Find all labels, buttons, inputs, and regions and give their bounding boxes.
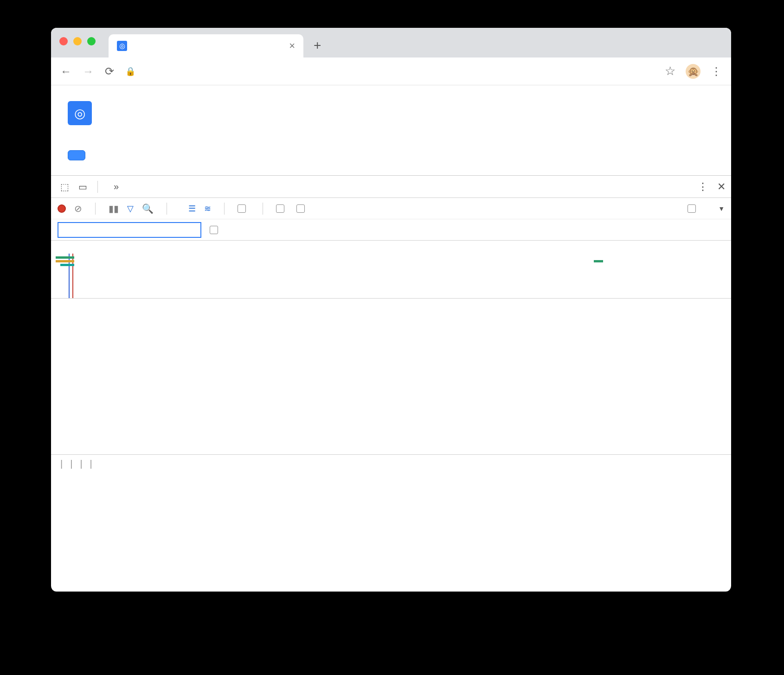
capture-screenshots-icon[interactable]: ▮▮ — [109, 203, 119, 214]
clear-button[interactable]: ⊘ — [74, 203, 82, 214]
filter-toggle-icon[interactable]: ▽ — [127, 204, 134, 214]
search-icon[interactable]: 🔍 — [142, 203, 154, 214]
tab-strip: ◎ × + — [51, 28, 731, 57]
network-toolbar: ⊘ ▮▮ ▽ 🔍 ☰ ≋ ▼ — [51, 198, 731, 219]
waterfall-view-icon[interactable]: ≋ — [204, 204, 211, 214]
devtools-close-button[interactable]: ✕ — [717, 181, 726, 193]
devtools-panel: ⬚ ▭ » ⋮ ✕ ⊘ ▮▮ ▽ 🔍 ☰ ≋ — [51, 175, 731, 473]
inspect-element-icon[interactable]: ⬚ — [57, 181, 73, 192]
new-tab-button[interactable]: + — [314, 38, 321, 53]
hide-data-urls-checkbox[interactable] — [210, 226, 222, 234]
minimize-window-button[interactable] — [73, 37, 82, 45]
offline-checkbox[interactable] — [688, 204, 700, 213]
timeline-overview[interactable] — [51, 241, 731, 299]
group-by-frame-checkbox[interactable] — [238, 204, 250, 213]
browser-window: ◎ × + ← → ⟳ 🔒 ☆ 🙊 ⋮ ◎ ⬚ — [51, 28, 731, 592]
device-toolbar-icon[interactable]: ▭ — [75, 181, 91, 192]
favicon-icon: ◎ — [117, 41, 127, 51]
window-controls — [59, 37, 96, 45]
large-rows-icon[interactable]: ☰ — [188, 204, 196, 214]
get-data-button[interactable] — [68, 150, 85, 160]
devtools-tabstrip: ⬚ ▭ » ⋮ ✕ — [51, 176, 731, 198]
preserve-log-checkbox[interactable] — [276, 204, 288, 213]
disable-cache-checkbox[interactable] — [296, 204, 308, 213]
address-bar: ← → ⟳ 🔒 ☆ 🙊 ⋮ — [51, 57, 731, 85]
record-button[interactable] — [58, 204, 66, 213]
profile-avatar[interactable]: 🙊 — [686, 64, 700, 79]
page-content: ◎ — [51, 85, 731, 175]
page-logo-icon: ◎ — [68, 101, 92, 125]
maximize-window-button[interactable] — [87, 37, 96, 45]
browser-tab[interactable]: ◎ × — [109, 34, 303, 57]
bookmark-button[interactable]: ☆ — [665, 64, 675, 78]
forward-button[interactable]: → — [83, 65, 94, 78]
devtools-menu-button[interactable]: ⋮ — [698, 181, 708, 193]
lock-icon[interactable]: 🔒 — [125, 66, 135, 76]
filter-bar — [51, 219, 731, 241]
close-tab-button[interactable]: × — [289, 40, 295, 52]
filter-input[interactable] — [58, 222, 201, 238]
throttling-caret-icon[interactable]: ▼ — [718, 205, 725, 212]
close-window-button[interactable] — [59, 37, 68, 45]
more-tabs-button[interactable]: » — [106, 176, 126, 197]
status-bar: | | | | — [51, 454, 731, 473]
browser-menu-button[interactable]: ⋮ — [711, 65, 722, 78]
reload-button[interactable]: ⟳ — [105, 65, 114, 78]
back-button[interactable]: ← — [60, 65, 71, 78]
